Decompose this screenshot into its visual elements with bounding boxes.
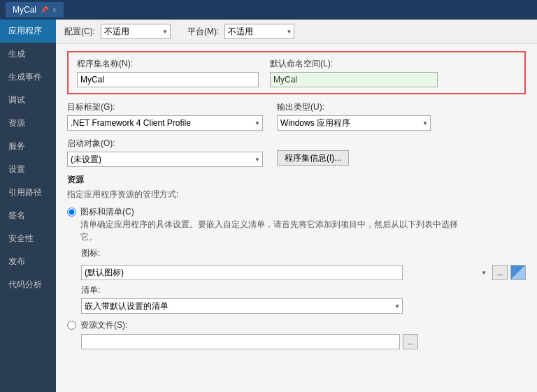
target-framework-select-wrapper: .NET Framework 4 Client Profile bbox=[67, 115, 263, 131]
assembly-section: 程序集名称(N): 默认命名空间(L): bbox=[67, 51, 526, 94]
framework-row: 目标框架(G): .NET Framework 4 Client Profile… bbox=[67, 101, 526, 131]
sidebar-item-app[interactable]: 应用程序 bbox=[0, 20, 56, 43]
sidebar-item-services[interactable]: 服务 bbox=[0, 135, 56, 158]
platform-label: 平台(M): bbox=[187, 26, 219, 38]
default-namespace-label: 默认命名空间(L): bbox=[270, 58, 438, 70]
resource-file-radio-row: 资源文件(S): bbox=[67, 319, 526, 331]
sidebar-item-signing[interactable]: 签名 bbox=[0, 204, 56, 227]
title-bar: MyCal 📌 × bbox=[0, 0, 537, 20]
target-framework-label: 目标框架(G): bbox=[67, 101, 263, 113]
manifest-select-wrapper: 嵌入带默认设置的清单 bbox=[81, 298, 403, 314]
sidebar-item-debug[interactable]: 调试 bbox=[0, 89, 56, 112]
resource-file-label: 资源文件(S): bbox=[80, 319, 127, 331]
icon-select-wrapper: (默认图标) bbox=[81, 265, 489, 280]
assembly-name-label: 程序集名称(N): bbox=[77, 58, 259, 70]
output-type-col: 输出类型(U): Windows 应用程序 bbox=[277, 101, 431, 131]
target-framework-select[interactable]: .NET Framework 4 Client Profile bbox=[67, 115, 263, 131]
icon-color-button[interactable] bbox=[510, 265, 526, 280]
content-area: 配置(C): 不适用 平台(M): 不适用 程序集名称(N): bbox=[56, 20, 537, 392]
startup-object-label: 启动对象(O): bbox=[67, 138, 263, 150]
icon-manifest-label: 图标和清单(C) bbox=[80, 206, 472, 218]
manifest-select[interactable]: 嵌入带默认设置的清单 bbox=[81, 298, 403, 314]
config-select[interactable]: 不适用 bbox=[101, 24, 171, 39]
resource-section: 资源 指定应用程序资源的管理方式: 图标和清单(C) 清单确定应用程序的具体设置… bbox=[67, 174, 526, 349]
default-namespace-group: 默认命名空间(L): bbox=[270, 58, 438, 87]
tab-pin-icon: 📌 bbox=[41, 6, 48, 13]
manifest-label: 清单: bbox=[81, 284, 526, 296]
config-select-wrapper: 不适用 bbox=[101, 24, 171, 39]
sidebar-item-publish[interactable]: 发布 bbox=[0, 250, 56, 273]
output-type-label: 输出类型(U): bbox=[277, 101, 431, 113]
tab-close-icon[interactable]: × bbox=[52, 6, 57, 14]
resource-section-desc: 指定应用程序资源的管理方式: bbox=[67, 189, 526, 201]
sidebar-item-reference-paths[interactable]: 引用路径 bbox=[0, 181, 56, 204]
form-area: 程序集名称(N): 默认命名空间(L): 目标框架(G): .NET Frame… bbox=[56, 44, 537, 392]
output-type-select[interactable]: Windows 应用程序 bbox=[277, 115, 431, 131]
assembly-name-input[interactable] bbox=[77, 72, 259, 87]
default-namespace-input[interactable] bbox=[270, 72, 438, 87]
resource-file-input[interactable] bbox=[81, 334, 400, 349]
startup-object-col: 启动对象(O): (未设置) bbox=[67, 138, 263, 167]
sidebar-item-build-events[interactable]: 生成事件 bbox=[0, 66, 56, 89]
platform-select-wrapper: 不适用 bbox=[224, 24, 294, 39]
title-tab[interactable]: MyCal 📌 × bbox=[6, 2, 64, 17]
sidebar-item-resources[interactable]: 资源 bbox=[0, 112, 56, 135]
output-type-select-wrapper: Windows 应用程序 bbox=[277, 115, 431, 131]
icon-section: 图标: (默认图标) ... 清单: 嵌入 bbox=[81, 247, 526, 314]
platform-select[interactable]: 不适用 bbox=[224, 24, 294, 39]
icon-row: (默认图标) ... bbox=[81, 265, 526, 280]
config-label: 配置(C): bbox=[64, 26, 95, 38]
assembly-name-group: 程序集名称(N): bbox=[77, 58, 259, 87]
icon-manifest-radio-row: 图标和清单(C) 清单确定应用程序的具体设置。要嵌入自定义清单，请首先将它添加到… bbox=[67, 206, 526, 243]
resource-file-dots-button[interactable]: ... bbox=[403, 334, 418, 349]
sidebar-item-build[interactable]: 生成 bbox=[0, 43, 56, 66]
resource-section-title: 资源 bbox=[67, 174, 526, 186]
target-framework-col: 目标框架(G): .NET Framework 4 Client Profile bbox=[67, 101, 263, 131]
sidebar-item-security[interactable]: 安全性 bbox=[0, 227, 56, 250]
sidebar-item-settings[interactable]: 设置 bbox=[0, 158, 56, 181]
startup-object-select-wrapper: (未设置) bbox=[67, 152, 263, 167]
icon-manifest-radio[interactable] bbox=[67, 208, 76, 217]
sidebar-item-code-analysis[interactable]: 代码分析 bbox=[0, 273, 56, 296]
icon-select[interactable]: (默认图标) bbox=[81, 265, 403, 280]
assembly-info-col: 程序集信息(I)... bbox=[277, 150, 349, 166]
startup-row: 启动对象(O): (未设置) 程序集信息(I)... bbox=[67, 138, 526, 167]
icon-dots-button[interactable]: ... bbox=[492, 265, 508, 280]
main-container: 应用程序 生成 生成事件 调试 资源 服务 设置 引用路径 签名 安全性 发布 bbox=[0, 20, 537, 392]
icon-label: 图标: bbox=[81, 247, 526, 259]
resource-file-radio[interactable] bbox=[67, 321, 76, 330]
icon-manifest-desc: 清单确定应用程序的具体设置。要嵌入自定义清单，请首先将它添加到项目中，然后从以下… bbox=[80, 218, 472, 243]
tab-label: MyCal bbox=[13, 5, 36, 15]
assembly-info-button[interactable]: 程序集信息(I)... bbox=[277, 150, 349, 166]
resource-file-row: ... bbox=[81, 334, 526, 349]
sidebar: 应用程序 生成 生成事件 调试 资源 服务 设置 引用路径 签名 安全性 发布 bbox=[0, 20, 56, 392]
toolbar-row: 配置(C): 不适用 平台(M): 不适用 bbox=[56, 20, 537, 44]
startup-object-select[interactable]: (未设置) bbox=[67, 152, 263, 167]
